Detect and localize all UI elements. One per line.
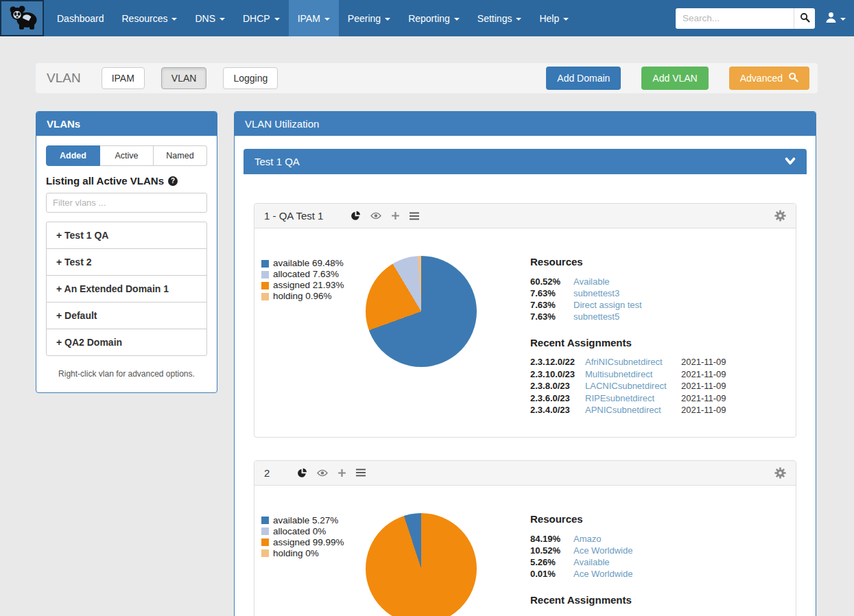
nav-item-settings[interactable]: Settings bbox=[468, 0, 531, 36]
legend-label: assigned 21.93% bbox=[273, 280, 344, 291]
assignment-link[interactable]: RIPEsubnetdirect bbox=[585, 392, 674, 405]
app-logo[interactable] bbox=[0, 0, 44, 36]
assignment-link[interactable]: SplitTestPool bbox=[585, 613, 674, 616]
assignment-row: 2.3.4.0/23APNICsubnetdirect2021-11-09 bbox=[530, 404, 726, 416]
question-circle-icon[interactable]: ? bbox=[168, 176, 178, 186]
nav-item-help[interactable]: Help bbox=[530, 0, 578, 36]
add-domain-button[interactable]: Add Domain bbox=[546, 67, 621, 90]
main-nav: DashboardResourcesDNSDHCPIPAMPeeringRepo… bbox=[48, 0, 578, 36]
search-button[interactable] bbox=[794, 8, 815, 29]
nav-item-label: DNS bbox=[195, 13, 215, 24]
vlan-list-item[interactable]: + An Extended Domain 1 bbox=[47, 275, 206, 302]
tab-logging[interactable]: Logging bbox=[223, 67, 278, 89]
nav-item-label: Dashboard bbox=[57, 13, 104, 24]
assignment-cidr: 2.3.4.0/23 bbox=[530, 404, 578, 416]
resource-percent: 10.52% bbox=[530, 545, 565, 556]
resource-link[interactable]: Available bbox=[573, 556, 727, 568]
resource-link[interactable]: Available bbox=[573, 276, 726, 287]
resource-link[interactable]: Amazo bbox=[573, 533, 727, 545]
filter-vlans-input[interactable] bbox=[46, 193, 207, 213]
plus-icon[interactable] bbox=[337, 469, 346, 477]
tab-added[interactable]: Added bbox=[46, 145, 100, 166]
pie-legend: available 5.27%allocated 0%assigned 99.9… bbox=[261, 515, 366, 616]
chart-panels: 1 - QA Test 1available 69.48%allocated 7… bbox=[244, 174, 807, 616]
legend-label: allocated 0% bbox=[273, 526, 326, 537]
nav-item-dhcp[interactable]: DHCP bbox=[234, 0, 289, 36]
pie-chart-icon[interactable] bbox=[351, 211, 361, 221]
nav-item-label: IPAM bbox=[298, 13, 320, 24]
resource-row: 7.63%Direct assign test bbox=[530, 299, 726, 311]
chevron-down-icon bbox=[454, 18, 460, 21]
resource-percent: 0.01% bbox=[530, 568, 565, 580]
tab-active[interactable]: Active bbox=[100, 145, 154, 166]
global-search bbox=[676, 8, 815, 29]
resource-percent: 7.63% bbox=[530, 311, 565, 322]
assignment-date: 2021-11-09 bbox=[681, 392, 726, 405]
eye-icon[interactable] bbox=[370, 212, 381, 220]
assignment-cidr: 2.3.12.0/22 bbox=[530, 356, 578, 368]
nav-item-peering[interactable]: Peering bbox=[339, 0, 399, 36]
assignment-date: 2021-11-09 bbox=[681, 380, 726, 392]
tab-ipam[interactable]: IPAM bbox=[102, 67, 145, 89]
resource-link[interactable]: Ace Worldwide bbox=[573, 568, 727, 580]
assignment-link[interactable]: APNICsubnetdirect bbox=[585, 404, 674, 416]
pie-chart-icon[interactable] bbox=[297, 468, 307, 478]
search-input[interactable] bbox=[676, 8, 794, 29]
nav-item-reporting[interactable]: Reporting bbox=[399, 0, 468, 36]
utilization-chart-panel: 1 - QA Test 1available 69.48%allocated 7… bbox=[254, 203, 796, 438]
resource-percent: 60.52% bbox=[530, 276, 565, 287]
legend-swatch-icon bbox=[261, 528, 269, 535]
assignments-heading: Recent Assignments bbox=[530, 337, 726, 348]
nav-item-label: Settings bbox=[477, 13, 512, 24]
legend-swatch-icon bbox=[261, 549, 269, 557]
resource-row: 0.01%Ace Worldwide bbox=[530, 568, 727, 580]
nav-item-dns[interactable]: DNS bbox=[186, 0, 234, 36]
legend-item: allocated 0% bbox=[261, 526, 366, 537]
chart-panel-title: 2 bbox=[264, 467, 270, 479]
legend-label: available 5.27% bbox=[273, 515, 338, 526]
pie-chart[interactable] bbox=[366, 256, 477, 367]
nav-item-dashboard[interactable]: Dashboard bbox=[48, 0, 113, 36]
sidebar-panel-title: VLANs bbox=[36, 112, 217, 136]
legend-label: holding 0.96% bbox=[273, 291, 332, 302]
assignment-cidr: 2.3.8.0/23 bbox=[530, 380, 578, 392]
resource-link[interactable]: Direct assign test bbox=[573, 299, 726, 311]
assignment-link[interactable]: AfriNICsubnetdirect bbox=[585, 356, 674, 368]
assignment-date: 2021-11-09 bbox=[681, 368, 726, 381]
tab-vlan[interactable]: VLAN bbox=[161, 67, 207, 89]
assignment-cidr: 0.0.0.5/32 bbox=[530, 613, 578, 616]
chevron-down-icon[interactable] bbox=[785, 156, 796, 167]
vlan-list-item[interactable]: + Test 2 bbox=[47, 248, 206, 275]
nav-item-resources[interactable]: Resources bbox=[113, 0, 187, 36]
resource-row: 10.52%Ace Worldwide bbox=[530, 545, 727, 556]
add-vlan-button[interactable]: Add VLAN bbox=[641, 67, 708, 90]
assignment-link[interactable]: LACNICsubnetdirect bbox=[585, 380, 674, 392]
legend-swatch-icon bbox=[261, 282, 269, 289]
tab-named[interactable]: Named bbox=[154, 145, 207, 166]
chevron-down-icon bbox=[840, 18, 846, 21]
domain-header[interactable]: Test 1 QA bbox=[244, 149, 807, 174]
legend-label: holding 0% bbox=[273, 548, 319, 559]
resource-link[interactable]: subnettest5 bbox=[573, 311, 726, 322]
legend-item: holding 0.96% bbox=[261, 291, 366, 302]
gear-icon[interactable] bbox=[774, 210, 786, 222]
user-menu[interactable] bbox=[825, 12, 846, 25]
nav-item-ipam[interactable]: IPAM bbox=[289, 0, 339, 36]
menu-icon[interactable] bbox=[410, 212, 419, 220]
vlan-list-item[interactable]: + Default bbox=[47, 302, 206, 329]
menu-icon[interactable] bbox=[356, 469, 366, 477]
advanced-button[interactable]: Advanced bbox=[729, 67, 809, 90]
gear-icon[interactable] bbox=[774, 467, 786, 479]
assignments-heading: Recent Assignments bbox=[530, 594, 727, 606]
plus-icon[interactable] bbox=[391, 211, 400, 220]
search-icon bbox=[788, 72, 798, 84]
resource-link[interactable]: Ace Worldwide bbox=[573, 545, 727, 556]
assignment-link[interactable]: Multisubnetdirect bbox=[585, 368, 674, 381]
panda-logo-icon bbox=[6, 4, 38, 32]
vlan-list-item[interactable]: + QA2 Domain bbox=[47, 329, 206, 355]
resource-percent: 7.63% bbox=[530, 287, 565, 299]
eye-icon[interactable] bbox=[317, 469, 328, 477]
resource-link[interactable]: subnettest3 bbox=[573, 287, 726, 299]
vlan-list-item[interactable]: + Test 1 QA bbox=[47, 222, 206, 248]
pie-chart[interactable] bbox=[366, 513, 477, 616]
